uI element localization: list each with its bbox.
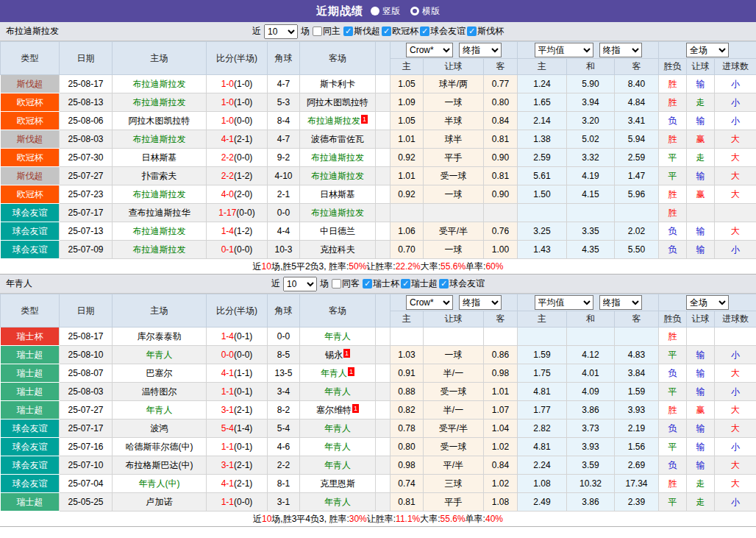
league-badge[interactable]: 瑞士超 xyxy=(1,346,60,364)
league-filter-checkbox[interactable]: ✓ xyxy=(439,279,449,289)
team-name[interactable]: 年青人 xyxy=(321,368,347,378)
team-name[interactable]: 年青人 xyxy=(324,423,351,433)
team-name[interactable]: 巴塞尔 xyxy=(146,368,173,378)
team-name[interactable]: 阿拉木图凯拉特 xyxy=(307,97,368,107)
team-name[interactable]: 年青人 xyxy=(324,460,351,470)
team-name[interactable]: 锡永 xyxy=(325,350,343,360)
spacer-cell xyxy=(376,241,391,259)
league-badge[interactable]: 瑞士杯 xyxy=(1,328,60,346)
same-side-checkbox[interactable] xyxy=(313,26,322,36)
league-filter-checkbox[interactable]: ✓ xyxy=(420,26,429,36)
league-filter[interactable]: ✓斯伐超 xyxy=(343,25,380,38)
scope-select[interactable]: 全场 xyxy=(686,43,729,57)
match-date: 25-08-17 xyxy=(60,328,113,346)
odds-stage-select[interactable]: 终指 xyxy=(459,43,502,57)
team-name[interactable]: 布拉迪斯拉发 xyxy=(133,134,186,144)
team-name[interactable]: 哈德斯菲尔德(中) xyxy=(126,442,193,452)
league-badge[interactable]: 欧冠杯 xyxy=(1,93,60,112)
team-name[interactable]: 布拉迪斯拉发 xyxy=(307,116,360,126)
league-badge[interactable]: 斯伐超 xyxy=(1,75,60,93)
odds-source-select[interactable]: Crow* xyxy=(406,43,453,57)
radio-vertical-layout[interactable]: 竖版 xyxy=(371,5,400,18)
team-name[interactable]: 年青人 xyxy=(146,350,173,360)
league-badge[interactable]: 欧冠杯 xyxy=(1,185,60,204)
league-badge[interactable]: 瑞士超 xyxy=(1,383,60,401)
recent-count-select[interactable]: 10 xyxy=(283,277,317,291)
recent-count-select[interactable]: 10 xyxy=(264,24,298,39)
odds-stage-select[interactable]: 终指 xyxy=(459,295,502,310)
league-badge[interactable]: 瑞士超 xyxy=(1,493,60,512)
league-badge[interactable]: 斯伐超 xyxy=(1,167,60,185)
league-filter[interactable]: ✓欧冠杯 xyxy=(382,25,418,38)
league-filter[interactable]: ✓瑞士杯 xyxy=(363,277,399,290)
team-name[interactable]: 温特图尔 xyxy=(142,386,177,397)
same-side-checkbox[interactable] xyxy=(332,279,341,289)
team-name[interactable]: 查布拉迪斯拉华 xyxy=(129,208,190,218)
same-side-filter[interactable]: 同客 xyxy=(332,277,360,290)
summary-segment: 10 xyxy=(262,261,271,272)
same-side-filter[interactable]: 同主 xyxy=(313,25,340,38)
team-name[interactable]: 年青人 xyxy=(324,497,351,507)
league-badge[interactable]: 球会友谊 xyxy=(1,204,60,222)
team-name[interactable]: 中日德兰 xyxy=(320,226,355,236)
result-text: 走 xyxy=(696,478,705,489)
league-badge[interactable]: 瑞士超 xyxy=(1,364,60,383)
league-badge[interactable]: 球会友谊 xyxy=(1,475,60,493)
radio-horizontal-layout[interactable]: 横版 xyxy=(410,5,440,18)
league-filter-checkbox[interactable]: ✓ xyxy=(467,26,477,36)
avg-home-cell: 4.81 xyxy=(518,383,567,401)
league-filter[interactable]: ✓瑞士超 xyxy=(401,277,438,290)
team-name[interactable]: 斯卡利卡 xyxy=(320,79,355,89)
avg-stage-select[interactable]: 终指 xyxy=(599,295,642,310)
team-name[interactable]: 扑雷索夫 xyxy=(142,171,177,181)
league-filter-checkbox[interactable]: ✓ xyxy=(343,26,353,36)
odds-source-select[interactable]: Crow* xyxy=(406,295,453,310)
team-name[interactable]: 布拉迪斯拉发 xyxy=(133,244,186,255)
league-filter-checkbox[interactable]: ✓ xyxy=(401,279,410,289)
league-badge[interactable]: 球会友谊 xyxy=(1,420,60,438)
team-name[interactable]: 布拉迪斯拉发 xyxy=(133,79,186,89)
team-name[interactable]: 塞尔维特 xyxy=(316,405,352,415)
team-name[interactable]: 布拉迪斯拉发 xyxy=(311,171,364,181)
team-name[interactable]: 阿拉木图凯拉特 xyxy=(129,116,190,126)
match-date: 25-07-16 xyxy=(60,438,113,456)
team-name[interactable]: 年青人 xyxy=(324,442,351,452)
league-badge[interactable]: 斯伐超 xyxy=(1,130,60,149)
league-filter-checkbox[interactable]: ✓ xyxy=(363,279,372,289)
team-name[interactable]: 克里恩斯 xyxy=(320,478,355,489)
league-badge[interactable]: 欧冠杯 xyxy=(1,149,60,167)
team-name[interactable]: 年青人 xyxy=(146,405,173,415)
scope-select[interactable]: 全场 xyxy=(686,295,729,310)
team-name[interactable]: 布拉格斯巴达(中) xyxy=(126,460,193,470)
avg-source-select[interactable]: 平均值 xyxy=(535,295,593,310)
team-name[interactable]: 年青人 xyxy=(324,386,351,397)
team-name[interactable]: 波德布雷佐瓦 xyxy=(311,134,364,144)
team-name[interactable]: 年青人 xyxy=(324,331,351,341)
league-badge[interactable]: 欧冠杯 xyxy=(1,112,60,130)
league-filter[interactable]: ✓球会友谊 xyxy=(439,277,485,290)
team-name[interactable]: 日林斯基 xyxy=(320,189,355,199)
league-badge[interactable]: 球会友谊 xyxy=(1,222,60,241)
team-name[interactable]: 布拉迪斯拉发 xyxy=(133,97,186,107)
team-name[interactable]: 日林斯基 xyxy=(142,152,177,163)
league-badge[interactable]: 球会友谊 xyxy=(1,438,60,456)
avg-source-select[interactable]: 平均值 xyxy=(535,43,593,57)
team-name[interactable]: 卢加诺 xyxy=(146,497,173,507)
team-name[interactable]: 波鸿 xyxy=(151,423,168,433)
league-badge[interactable]: 球会友谊 xyxy=(1,241,60,259)
team-name[interactable]: 年青人(中) xyxy=(139,478,180,489)
league-badge[interactable]: 球会友谊 xyxy=(1,456,60,475)
league-badge[interactable]: 瑞士超 xyxy=(1,401,60,420)
league-filter-checkbox[interactable]: ✓ xyxy=(382,26,391,36)
team-name[interactable]: 布拉迪斯拉发 xyxy=(133,189,186,199)
team-name[interactable]: 库尔泰泰勒 xyxy=(138,331,182,341)
fulltime-score: 4-0 xyxy=(221,189,234,199)
team-name[interactable]: 布拉迪斯拉发 xyxy=(311,208,364,218)
league-filter[interactable]: ✓斯伐杯 xyxy=(467,25,504,38)
league-filter[interactable]: ✓球会友谊 xyxy=(420,25,466,38)
summary-segment: 场,胜5平2负3, 胜率: xyxy=(271,261,349,273)
team-name[interactable]: 布拉迪斯拉发 xyxy=(311,152,364,163)
team-name[interactable]: 克拉科夫 xyxy=(320,244,355,255)
avg-stage-select[interactable]: 终指 xyxy=(599,43,642,57)
team-name[interactable]: 布拉迪斯拉发 xyxy=(133,226,186,236)
